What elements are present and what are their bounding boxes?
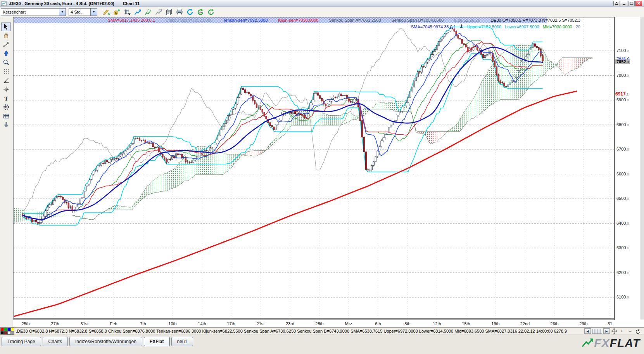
x-tick: 7th [135,321,152,326]
x-tick: 17th [223,321,240,326]
window-titlebar[interactable]: .DE30 - Germany 30 cash, Euro - 4 Std. (… [0,0,644,7]
x-tick: 21st [252,321,269,326]
tenkan-sen-line [22,34,543,220]
scroll-controls: ◀▶+− [584,328,644,334]
tab-bar: Trading PageChartsIndizes/Rohstoffe/Währ… [2,337,193,346]
pan-mode-button[interactable] [611,328,617,334]
tab-indizes-rohstoffe-w-hrungen[interactable]: Indizes/Rohstoffe/Währungen [69,337,142,346]
status-values: .DE30 O=6832.8 H=6872.3 N=6832.8 S=6858.… [16,329,567,333]
minimize-button[interactable] [621,1,627,6]
last-price-badge: 7052.3 [615,59,630,64]
line-tool[interactable] [1,40,11,49]
indicator-caption: SMA=7045.9974 38,0,1 [411,24,456,29]
zoom-tool[interactable] [1,58,11,67]
arrow-up-tool[interactable] [1,49,11,58]
tab-neu1[interactable]: neu1 [171,337,193,346]
indicator-caption: 9,26,52,26,26 [454,18,480,23]
x-tick: 29th [575,321,592,326]
copy-chart-icon[interactable] [164,8,174,16]
chart-window-icon [1,1,7,6]
palette-color-swatch[interactable] [0,331,4,335]
overlay-row-1: SMA=6917.1435 200,0,1Chikou Span=7052.00… [108,18,580,23]
indicator-caption: Upper=7152.5000 [467,24,501,29]
tab-charts[interactable]: Charts [43,337,68,346]
scroll-right-button[interactable]: ▶ [603,328,610,334]
text-tool[interactable]: T [1,94,11,102]
chart-window: SMA=6917.1435 200,0,1Chikou Span=7052.00… [0,0,644,354]
x-tick: 31st [76,321,93,326]
y-tick: 6800.0 [616,122,629,127]
toolbar-icons: $$ [101,8,216,16]
palette-color-swatch[interactable] [7,331,11,335]
refresh-clock-icon[interactable] [185,8,195,16]
indicator-pencil-icon[interactable]: $ [101,8,111,16]
select-tool[interactable] [1,23,11,31]
y-tick: 6200.0 [616,270,629,275]
refresh-green-1-icon[interactable] [195,8,205,16]
bottom-bar: Trading PageChartsIndizes/Rohstoffe/Währ… [0,335,644,354]
close-button[interactable] [635,1,642,6]
chart-blue-icon[interactable] [133,8,142,16]
palette-color-swatch[interactable] [0,328,4,331]
y-tick: 7000.0 [616,73,629,78]
svg-text:$: $ [115,11,117,15]
crosshair-tool[interactable] [1,85,11,94]
angle-tool[interactable] [1,76,11,85]
y-tick: 6900.0 [616,97,629,102]
chart-number-label: Chart 11 [123,1,140,6]
dot-grid-tool[interactable] [1,67,11,76]
print-chart-icon[interactable] [174,8,184,16]
x-tick: 27th [47,321,64,326]
zoom-in-button[interactable]: + [618,328,625,334]
indicator-caption: SMA=6917.1435 200,0,1 [108,18,155,23]
x-tick: 25th [17,321,34,326]
chart-edit-icon[interactable] [143,8,153,16]
rollup-button[interactable] [613,1,620,6]
x-tick: 8th [399,321,416,326]
y-tick: 7100.0 [616,48,629,53]
timeframe-select[interactable]: 4 Std. ▼ [69,8,97,16]
palette-color-swatch[interactable] [11,331,14,335]
maximize-button[interactable] [628,1,635,6]
indicator-caption: Mid=7030.0000 [543,24,572,29]
y-axis[interactable]: 7046.0 7052.3 6917.1 7100.07000.06900.06… [614,17,640,320]
x-tick: 31 [601,321,618,326]
logo-fx: FX [594,337,609,350]
chevron-down-icon[interactable]: ▼ [59,9,66,16]
refresh-green-2-icon[interactable] [206,8,216,16]
palette-color-swatch[interactable] [11,328,14,331]
zoom-out-button[interactable]: − [627,328,634,334]
indicator-caption: Kijun-sen=7030.0000 [278,18,318,23]
scroll-thumb[interactable] [592,329,602,334]
scroll-left-button[interactable]: ◀ [584,328,591,334]
grid-tool[interactable] [1,112,11,120]
y-tick: 6700.0 [616,147,629,151]
x-tick: 15th [458,321,475,326]
hand-tool[interactable] [1,121,11,129]
sma200-value-badge: 6917.1 [615,91,628,97]
indicator-handle-icon[interactable] [459,24,464,29]
x-axis[interactable]: 25th27th31stFeb7th10th14th17th21st23rd28… [0,320,644,327]
window-title: .DE30 - Germany 30 cash, Euro - 4 Std. (… [9,1,114,6]
grid-settings-icon[interactable] [122,8,132,16]
y-tick: 6400.0 [616,221,629,226]
add-instrument-icon[interactable]: $ [112,8,121,16]
tab-fxflat[interactable]: FXFlat [144,337,170,346]
gear-tool[interactable] [1,103,11,111]
tab-trading-page[interactable]: Trading Page [2,337,41,346]
chart-type-select[interactable]: Kerzenchart ▼ [1,8,66,16]
vertical-scrollbar[interactable] [640,17,644,320]
fxflat-logo: FXFLAT [581,337,640,350]
pan-tool[interactable] [1,31,11,40]
chevron-down-icon[interactable]: ▼ [90,9,97,16]
price-chart-canvas[interactable] [0,0,644,354]
reset-view-button[interactable] [635,328,641,334]
x-tick: 6th [369,321,387,326]
overlay-row-2: SMA=7045.9974 38,0,1Upper=7152.5000Lower… [390,24,580,29]
chart-disabled-icon[interactable] [154,8,163,16]
palette-color-swatch[interactable] [4,328,7,331]
x-tick: 28th [311,321,328,326]
palette-color-swatch[interactable] [7,328,11,331]
chart-type-value: Kerzenchart [1,10,59,14]
palette-color-swatch[interactable] [4,331,7,335]
